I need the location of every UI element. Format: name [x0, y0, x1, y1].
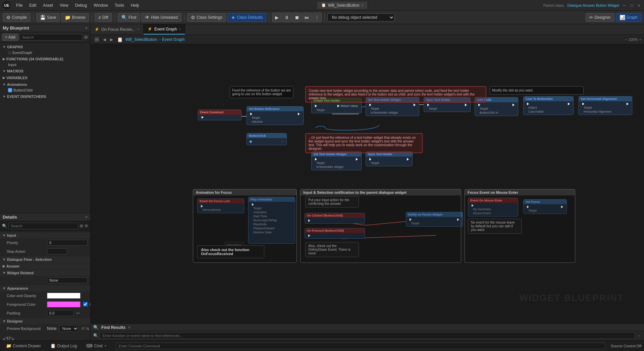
bp-search-input[interactable] — [20, 34, 83, 41]
cast-to-button-body: Object Cast Failed — [524, 101, 573, 115]
cmd-tab[interactable]: ⌨ Cmd ▼ — [83, 343, 110, 349]
file-tab[interactable]: 📋 WB_SelectButton × — [317, 2, 368, 9]
functions-header[interactable]: ▶ FUNCTIONS (34 OVERRIDABLE) — [0, 56, 90, 62]
priority-input[interactable] — [47, 240, 88, 246]
browse-button[interactable]: 📁 Browse — [61, 13, 89, 22]
menu-window[interactable]: Window — [91, 2, 111, 8]
answer-header[interactable]: ▶ Answer — [0, 263, 90, 269]
more-play-button[interactable]: ⋮ — [312, 13, 322, 22]
widget-related-header[interactable]: ▼ Widget Related — [0, 270, 90, 276]
preview-bg-right-icon[interactable]: ▷ — [9, 335, 14, 340]
output-log-tab[interactable]: 📋 Output Log — [47, 343, 80, 349]
comment-create-text-holder: Create new text holder widget according … — [305, 86, 486, 103]
button-click-label: ButtonClick — [249, 134, 266, 137]
bp-canvas[interactable]: Feed the reference of the button we are … — [91, 44, 644, 324]
pause-button[interactable]: ⏸ — [282, 13, 291, 22]
details-settings-icon[interactable]: ⚙ — [85, 224, 88, 228]
designer-header[interactable]: ▼ Designer — [0, 318, 90, 324]
input-section-header[interactable]: ▼ Input — [0, 232, 90, 238]
my-blueprint-close[interactable]: × — [85, 26, 88, 31]
find-results-close[interactable]: × — [128, 325, 130, 330]
browse-icon: 📁 — [65, 15, 70, 20]
menu-edit[interactable]: Edit — [26, 2, 39, 8]
debug-select[interactable]: No debug object selected — [327, 13, 394, 21]
zoom-out-icon[interactable]: − — [625, 38, 627, 42]
find-go-button[interactable]: → — [637, 333, 641, 338]
event-dispatchers-header[interactable]: ▼ EVENT DISPATCHERS — [0, 94, 90, 100]
menu-view[interactable]: View — [57, 2, 71, 8]
breadcrumb-graph[interactable]: Event Graph — [162, 37, 184, 42]
preview-bg-rotate-icon[interactable]: ↺ — [81, 326, 85, 331]
details-close[interactable]: × — [85, 215, 88, 220]
minimize-button[interactable]: ─ — [622, 3, 627, 8]
details-grid-icon[interactable]: ⊞ — [80, 224, 83, 228]
input-item[interactable]: Input — [0, 62, 90, 67]
graphs-header[interactable]: ▼ GRAPHS — [0, 44, 90, 50]
bp-settings-icon[interactable]: ⚙ — [84, 35, 88, 40]
find-search-input[interactable] — [100, 332, 635, 339]
graph-button[interactable]: 📊 Graph — [616, 13, 641, 22]
padding-reset-icon[interactable]: ↩ — [76, 311, 80, 315]
diff-button[interactable]: ≠ Diff — [95, 13, 112, 22]
variables-header[interactable]: ▶ VARIABLES — [0, 75, 90, 81]
on-focus-tab-close[interactable]: × — [137, 27, 139, 31]
button-child-item[interactable]: ButtonChild — [0, 87, 90, 93]
foreground-color-swatch[interactable] — [47, 301, 80, 307]
breadcrumb-sep: > — [158, 37, 161, 42]
nav-history-icon[interactable]: ⊞ — [93, 36, 100, 43]
event-graph-tab[interactable]: ⚡ Event Graph × — [144, 24, 185, 35]
color-opacity-swatch[interactable] — [47, 293, 80, 299]
menu-help[interactable]: Help — [128, 2, 142, 8]
class-settings-icon: ⚙ — [191, 15, 195, 20]
parent-class-value[interactable]: Dialogue Answer Button Widget — [567, 3, 619, 7]
toolbar-sep-6 — [324, 13, 325, 21]
animations-header[interactable]: ▼ Animations — [0, 81, 90, 87]
designer-button[interactable]: ✏ Designer — [586, 13, 614, 22]
zoom-in-icon[interactable]: + — [639, 38, 641, 42]
answer-label: Answer — [6, 264, 20, 268]
on-focus-tab[interactable]: ⚡ On Focus Receiv... × — [91, 24, 144, 35]
preview-bg-left-icon[interactable]: ◁ — [3, 335, 8, 340]
comment-modify-slot-text: Modify the slot as you want. — [492, 89, 533, 92]
play-button[interactable]: ▶ — [272, 13, 281, 22]
menu-debug[interactable]: Debug — [72, 2, 90, 8]
hide-unrelated-button[interactable]: 👁 Hide Unrelated — [141, 13, 181, 22]
compile-button[interactable]: ⚙ Compile — [3, 13, 31, 22]
preview-bg-select[interactable]: None — [59, 325, 78, 332]
class-settings-button[interactable]: ⚙ Class Settings — [187, 13, 226, 22]
event-graph-tab-close[interactable]: × — [179, 27, 181, 31]
content-drawer-tab[interactable]: 📁 Content Drawer — [3, 343, 44, 349]
nav-forward-button[interactable]: ▶ — [109, 37, 114, 43]
macros-header[interactable]: ▼ MACROS — [0, 68, 90, 74]
inherit-checkbox[interactable] — [83, 302, 88, 306]
menu-asset[interactable]: Asset — [40, 2, 56, 8]
menu-file[interactable]: File — [13, 2, 25, 8]
close-button[interactable]: × — [637, 3, 641, 8]
exec-out-icon — [202, 116, 204, 119]
dialogue-flow-header[interactable]: ▼ Dialogue Flow - Selection — [0, 256, 90, 262]
appearance-header[interactable]: ▼ Appearance — [0, 285, 90, 291]
class-defaults-button[interactable]: ★ Class Defaults — [227, 13, 266, 22]
nav-back-button[interactable]: ◀ — [102, 37, 107, 43]
add-button[interactable]: + Add — [2, 34, 18, 41]
padding-input[interactable] — [47, 310, 74, 316]
next-button[interactable]: ⏭ — [302, 13, 312, 22]
event-graph-item[interactable]: ⬡ EventGraph — [0, 50, 90, 55]
maximize-button[interactable]: □ — [629, 3, 634, 8]
find-button[interactable]: 🔍 Find — [118, 13, 140, 22]
graph-label: Graph — [627, 15, 638, 20]
button-click-body: → — [247, 138, 286, 145]
file-tab-close[interactable]: × — [362, 3, 364, 7]
set-text-holder-body: Target InTextHolder Widget — [366, 102, 419, 116]
stop-button[interactable]: ⏹ — [292, 13, 302, 22]
breadcrumb-widget[interactable]: WB_SelectButton — [125, 37, 157, 42]
details-search-input[interactable] — [8, 223, 78, 229]
stop-action-input[interactable] — [47, 248, 67, 254]
save-button[interactable]: 💾 Save — [36, 13, 60, 22]
preview-bg-swap-icon[interactable]: ⇆ — [86, 326, 89, 331]
console-input[interactable] — [116, 343, 605, 349]
cmd-label: Cmd — [94, 344, 102, 348]
menu-tools[interactable]: Tools — [112, 2, 127, 8]
parent-widget-input[interactable] — [47, 277, 88, 283]
input-selection-comment: Input & Selection notification to the pa… — [300, 189, 461, 263]
